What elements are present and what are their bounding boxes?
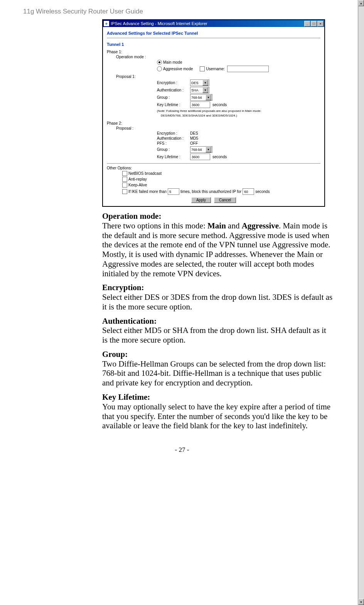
key-lifetime-paragraph: You may optionally select to have the ke… xyxy=(102,402,330,431)
username-input[interactable] xyxy=(227,66,269,72)
advanced-settings-heading: Advanced Settings for Selected IPSec Tun… xyxy=(107,31,320,35)
pfs-value: OFF xyxy=(190,141,198,145)
p2-group-label: Group : xyxy=(157,147,190,152)
scroll-up-icon[interactable]: ▲ xyxy=(358,0,364,6)
ike-fail-pre: If IKE failed more than xyxy=(128,189,167,194)
netbios-checkbox[interactable] xyxy=(122,171,127,176)
ike-fail-times-input[interactable]: 5 xyxy=(168,188,179,195)
operation-mode-paragraph: There two options in this mode: Main and… xyxy=(102,221,330,278)
proposal-note-1: (Note: Following three additional propos… xyxy=(157,109,320,113)
proposal-label: Proposal : xyxy=(116,126,149,130)
pfs-label: PFS : xyxy=(157,141,190,145)
encryption-paragraph: Select either DES or 3DES from the drop … xyxy=(102,292,332,311)
main-mode-text: Main mode xyxy=(163,60,182,64)
keepalive-checkbox[interactable] xyxy=(122,183,127,188)
p2-key-lifetime-label: Key Lifetime : xyxy=(157,155,190,159)
vertical-scrollbar[interactable]: ▲ ▼ xyxy=(358,0,364,469)
authentication-select[interactable]: SHA▼ xyxy=(190,87,209,93)
proposal1-label: Proposal 1: xyxy=(116,74,149,79)
close-button[interactable]: × xyxy=(317,21,324,27)
ike-fail-checkbox[interactable] xyxy=(122,189,127,194)
p2-encryption-label: Encryption : xyxy=(157,131,190,135)
maximize-button[interactable]: □ xyxy=(311,21,317,27)
keepalive-text: Keep-Alive xyxy=(128,183,147,187)
page-header: 11g Wireless Security Router User Guide xyxy=(23,8,341,15)
group-select[interactable]: 768-bit▼ xyxy=(190,94,212,101)
operation-mode-heading: Operation mode: xyxy=(102,211,161,221)
cancel-button[interactable]: Cancel xyxy=(214,197,236,203)
p2-encryption-value: DES xyxy=(190,131,198,135)
tunnel-heading: Tunnel 1 xyxy=(107,42,320,47)
ike-fail-mid: times, block this unauthorized IP for xyxy=(180,189,241,194)
netbios-text: NetBIOS broadcast xyxy=(128,171,162,176)
key-lifetime-heading: Key Lifetime: xyxy=(102,392,150,402)
apply-button[interactable]: Apply xyxy=(191,197,211,203)
key-lifetime-label: Key Lifetime : xyxy=(157,103,190,107)
p2-auth-label: Authentication : xyxy=(157,136,190,140)
p2-seconds-text: seconds xyxy=(212,155,227,159)
key-lifetime-input[interactable]: 3600 xyxy=(190,101,210,108)
seconds-text: seconds xyxy=(212,103,227,107)
authentication-paragraph: Select either MD5 or SHA from the drop d… xyxy=(102,326,326,345)
encryption-label: Encryption : xyxy=(157,81,190,85)
ipsec-screenshot: e IPSec Advance Setting - Microsoft Inte… xyxy=(102,19,325,207)
group-label: Group : xyxy=(157,95,190,100)
authentication-label: Authentication : xyxy=(157,88,190,92)
p2-auth-value: MD5 xyxy=(190,136,198,140)
username-label: Username: xyxy=(206,67,225,71)
p2-group-select[interactable]: 768-bit▼ xyxy=(190,146,212,153)
page-number: - 27 - xyxy=(23,446,341,454)
ike-fail-seconds-text: seconds xyxy=(255,189,270,194)
ike-fail-secs-input[interactable]: 60 xyxy=(243,188,254,195)
operation-mode-label: Operation mode : xyxy=(116,55,149,59)
antireplay-checkbox[interactable] xyxy=(122,177,127,182)
aggressive-mode-text: Aggressive mode xyxy=(163,67,193,71)
window-title: IPSec Advance Setting - Microsoft Intern… xyxy=(111,21,304,26)
other-options-label: Other Options: xyxy=(107,166,320,170)
authentication-heading: Authentication: xyxy=(102,316,157,326)
p2-key-lifetime-input[interactable]: 3600 xyxy=(190,154,210,160)
encryption-select[interactable]: DES▼ xyxy=(190,79,209,86)
aggressive-mode-radio[interactable] xyxy=(157,66,162,71)
encryption-heading: Encryption: xyxy=(102,283,144,292)
phase2-label: Phase 2: xyxy=(107,121,320,125)
antireplay-text: Anti-replay xyxy=(128,177,147,181)
proposal-note-2: DES/MD5/768, 3DES/SHA/1024 and 3DES/MD5/… xyxy=(161,114,320,117)
minimize-button[interactable]: _ xyxy=(304,21,310,27)
group-paragraph: Two Diffie-Hellman Groups can be selecte… xyxy=(102,359,326,388)
window-titlebar: e IPSec Advance Setting - Microsoft Inte… xyxy=(103,20,324,27)
main-mode-radio[interactable] xyxy=(157,60,162,65)
phase1-label: Phase 1: xyxy=(107,50,320,54)
group-heading: Group: xyxy=(102,350,128,359)
username-checkbox[interactable] xyxy=(200,66,205,71)
ie-icon: e xyxy=(104,21,109,26)
